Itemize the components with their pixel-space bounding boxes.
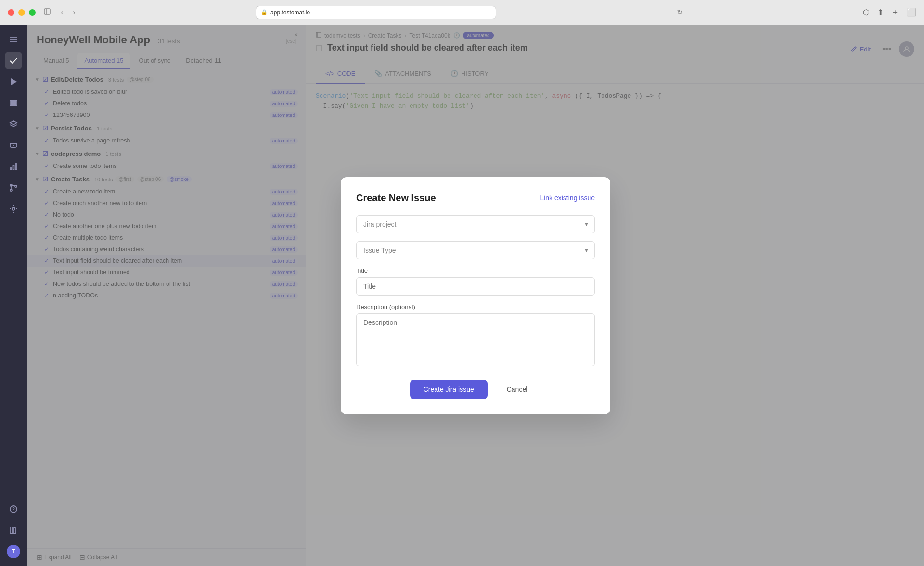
nav-books-icon[interactable]: [5, 522, 22, 539]
svg-rect-12: [10, 167, 12, 170]
link-existing-issue-button[interactable]: Link existing issue: [540, 194, 595, 202]
nav-chart-icon[interactable]: [5, 158, 22, 175]
create-issue-modal: Create New Issue Link existing issue Jir…: [341, 177, 610, 414]
minimize-window-button[interactable]: [18, 9, 25, 16]
url-text: app.testomat.io: [270, 9, 310, 16]
svg-rect-8: [10, 105, 17, 106]
title-label: Title: [356, 267, 595, 274]
browser-chrome: ‹ › 🔒 app.testomat.io ↻ ⬡ ⬆ ＋ ⬜: [0, 0, 924, 25]
forward-button[interactable]: ›: [71, 6, 77, 19]
svg-text:?: ?: [12, 507, 15, 512]
svg-rect-6: [10, 100, 17, 101]
svg-marker-9: [10, 121, 17, 125]
nav-menu-icon[interactable]: [5, 31, 22, 48]
title-group: Title: [356, 267, 595, 296]
modal-footer: Create Jira issue Cancel: [356, 380, 595, 399]
modal-header: Create New Issue Link existing issue: [356, 193, 595, 204]
new-tab-button[interactable]: ＋: [891, 7, 899, 17]
nav-check-icon[interactable]: [5, 52, 22, 69]
maximize-window-button[interactable]: [29, 9, 36, 16]
svg-rect-14: [15, 164, 17, 170]
extensions-button[interactable]: ⬡: [863, 7, 870, 17]
nav-list-icon[interactable]: [5, 94, 22, 112]
svg-point-18: [12, 207, 15, 210]
issue-type-select-wrapper: Issue Type ▼: [356, 241, 595, 259]
nav-settings-icon[interactable]: [5, 200, 22, 218]
nav-link-icon[interactable]: [5, 137, 22, 154]
sidebar-toggle-button[interactable]: [41, 6, 53, 19]
close-window-button[interactable]: [8, 9, 14, 16]
description-label: Description (optional): [356, 303, 595, 310]
modal-overlay[interactable]: Create New Issue Link existing issue Jir…: [27, 25, 924, 566]
jira-project-select[interactable]: Jira project: [356, 215, 595, 233]
cancel-button[interactable]: Cancel: [493, 380, 541, 399]
svg-rect-22: [13, 528, 16, 534]
svg-marker-5: [11, 78, 17, 85]
jira-project-select-wrapper: Jira project ▼: [356, 215, 595, 233]
description-textarea[interactable]: [356, 313, 595, 366]
sidebar-button[interactable]: ⬜: [907, 7, 916, 17]
svg-rect-13: [13, 165, 14, 170]
reload-button[interactable]: ↻: [675, 6, 685, 19]
back-button[interactable]: ‹: [59, 6, 65, 19]
nav-git-icon[interactable]: [5, 179, 22, 196]
svg-rect-0: [44, 9, 50, 14]
svg-rect-7: [10, 103, 17, 103]
browser-actions: ⬡ ⬆ ＋ ⬜: [863, 7, 916, 17]
nav-play-icon[interactable]: [5, 73, 22, 90]
issue-type-group: Issue Type ▼: [356, 241, 595, 259]
description-group: Description (optional): [356, 303, 595, 368]
share-button[interactable]: ⬆: [877, 7, 884, 17]
issue-type-select[interactable]: Issue Type: [356, 241, 595, 259]
traffic-lights: [8, 9, 36, 16]
svg-rect-21: [10, 527, 13, 534]
address-bar[interactable]: 🔒 app.testomat.io: [256, 6, 496, 19]
user-avatar-small[interactable]: T: [5, 543, 22, 560]
create-jira-issue-button[interactable]: Create Jira issue: [410, 380, 488, 399]
svg-point-16: [10, 189, 12, 191]
modal-title: Create New Issue: [356, 193, 436, 204]
nav-help-icon[interactable]: ?: [5, 501, 22, 518]
title-input[interactable]: [356, 277, 595, 296]
lock-icon: 🔒: [261, 9, 268, 15]
jira-project-group: Jira project ▼: [356, 215, 595, 233]
nav-layers-icon[interactable]: [5, 116, 22, 133]
sidebar-nav: ? T: [0, 25, 27, 566]
